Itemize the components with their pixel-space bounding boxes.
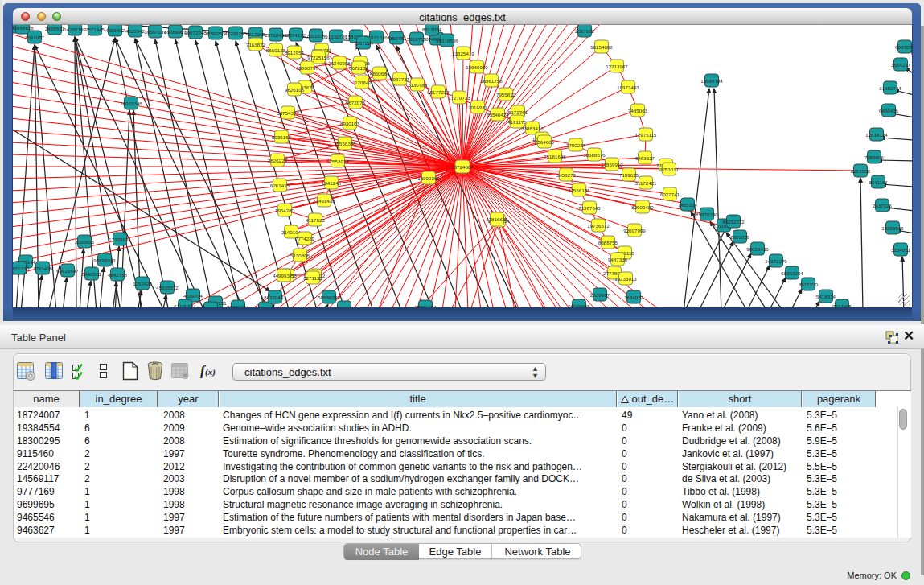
svg-text:8660123: 8660123 — [266, 47, 286, 53]
svg-text:3320821: 3320821 — [335, 305, 355, 308]
svg-text:5418934: 5418934 — [816, 294, 836, 299]
svg-text:7350753: 7350753 — [387, 35, 407, 41]
svg-text:5456272: 5456272 — [556, 172, 577, 178]
svg-text:58586340: 58586340 — [318, 295, 340, 300]
svg-text:89089901: 89089901 — [164, 29, 187, 35]
svg-text:10872248: 10872248 — [184, 30, 207, 35]
svg-text:2626229: 2626229 — [268, 158, 288, 163]
svg-text:8813054: 8813054 — [422, 27, 442, 32]
svg-text:4903402: 4903402 — [105, 27, 125, 33]
svg-text:26240908: 26240908 — [328, 60, 351, 66]
svg-text:16154808: 16154808 — [590, 44, 613, 50]
svg-text:91030736: 91030736 — [325, 34, 347, 39]
svg-text:5918715: 5918715 — [407, 36, 427, 42]
svg-text:5408072: 5408072 — [256, 306, 276, 308]
svg-text:16961758: 16961758 — [480, 78, 503, 84]
svg-text:9463627: 9463627 — [635, 155, 655, 161]
svg-text:75181648: 75181648 — [544, 154, 566, 159]
svg-text:17270733: 17270733 — [448, 95, 470, 101]
svg-text:45935572: 45935572 — [156, 285, 179, 290]
svg-text:47295260: 47295260 — [224, 31, 247, 36]
svg-text:7089806: 7089806 — [864, 154, 885, 160]
svg-text:2437026: 2437026 — [873, 203, 893, 208]
svg-text:3741438: 3741438 — [33, 266, 53, 271]
svg-text:24972279: 24972279 — [765, 258, 787, 264]
svg-text:47816686: 47816686 — [486, 216, 508, 222]
svg-text:4117625: 4117625 — [306, 217, 325, 223]
svg-text:19218506: 19218506 — [436, 38, 458, 43]
svg-text:28740864: 28740864 — [227, 304, 249, 308]
svg-text:3154051: 3154051 — [891, 247, 911, 253]
svg-text:4860684: 4860684 — [370, 71, 390, 76]
svg-text:2020653: 2020653 — [75, 239, 95, 245]
svg-text:88320463: 88320463 — [264, 295, 286, 300]
svg-text:71367643: 71367643 — [578, 205, 601, 211]
svg-text:92097999: 92097999 — [623, 228, 646, 233]
svg-text:6440561: 6440561 — [82, 271, 102, 277]
svg-text:63100814: 63100814 — [174, 303, 196, 308]
svg-text:4539704: 4539704 — [183, 293, 203, 299]
svg-text:5171761: 5171761 — [508, 109, 528, 115]
svg-text:68800797: 68800797 — [296, 65, 318, 71]
svg-text:19233013: 19233013 — [614, 276, 637, 282]
svg-text:60929647: 60929647 — [56, 268, 79, 274]
svg-text:2839607: 2839607 — [590, 292, 610, 298]
svg-text:6022741: 6022741 — [660, 192, 680, 197]
svg-text:9517485: 9517485 — [832, 303, 852, 308]
svg-text:2130789: 2130789 — [408, 82, 428, 88]
svg-text:3871230: 3871230 — [13, 266, 30, 271]
svg-text:4612365: 4612365 — [246, 31, 266, 37]
svg-text:7955812: 7955812 — [496, 92, 516, 97]
svg-text:7163822: 7163822 — [246, 42, 266, 47]
svg-text:9626108: 9626108 — [285, 87, 305, 93]
svg-text:3790237: 3790237 — [566, 142, 586, 148]
svg-text:42868828: 42868828 — [13, 25, 34, 31]
svg-text:9487336: 9487336 — [608, 257, 628, 262]
svg-text:8912954: 8912954 — [285, 50, 305, 56]
svg-text:68353204: 68353204 — [781, 270, 803, 276]
svg-text:39587039: 39587039 — [144, 29, 166, 35]
svg-text:2921859: 2921859 — [730, 234, 750, 240]
svg-text:38688676: 38688676 — [583, 152, 606, 158]
svg-text:5130808: 5130808 — [290, 253, 310, 258]
svg-text:8215958: 8215958 — [851, 168, 871, 174]
svg-text:22201654: 22201654 — [414, 304, 437, 308]
svg-text:2571945: 2571945 — [85, 27, 105, 32]
svg-text:1987737: 1987737 — [390, 76, 410, 82]
svg-text:7455324: 7455324 — [678, 202, 698, 208]
svg-text:17869910: 17869910 — [601, 162, 623, 167]
svg-text:8935169: 8935169 — [272, 134, 292, 140]
svg-text:3253031: 3253031 — [659, 167, 680, 172]
svg-text:2016911: 2016911 — [468, 105, 487, 110]
svg-text:17359924: 17359924 — [109, 237, 131, 242]
svg-text:13325419: 13325419 — [452, 51, 474, 56]
svg-text:6292423: 6292423 — [133, 281, 153, 286]
svg-text:8688755: 8688755 — [598, 240, 618, 245]
svg-text:6672134: 6672134 — [349, 65, 369, 71]
svg-text:16648784: 16648784 — [700, 78, 723, 84]
svg-text:6261415: 6261415 — [270, 183, 290, 188]
svg-text:5672073: 5672073 — [346, 100, 366, 105]
svg-text:4842788: 4842788 — [108, 272, 128, 278]
svg-text:96028436: 96028436 — [746, 246, 769, 252]
svg-text:89978790: 89978790 — [696, 212, 718, 217]
svg-text:31682744: 31682744 — [879, 85, 901, 91]
svg-text:10973493: 10973493 — [617, 84, 639, 90]
svg-text:4335942: 4335942 — [125, 28, 146, 34]
svg-text:90048665: 90048665 — [568, 303, 590, 308]
svg-text:7199635: 7199635 — [619, 172, 639, 178]
svg-text:23718431: 23718431 — [265, 32, 287, 38]
svg-text:84252722: 84252722 — [722, 219, 745, 225]
svg-text:8090293: 8090293 — [206, 31, 226, 36]
svg-text:77491435: 77491435 — [313, 198, 335, 204]
svg-text:(x): (x) — [205, 367, 216, 377]
svg-text:38754377: 38754377 — [277, 110, 299, 116]
svg-text:18724007: 18724007 — [451, 164, 474, 170]
svg-text:31172421: 31172421 — [634, 180, 657, 186]
svg-text:95899313: 95899313 — [93, 257, 116, 263]
svg-text:20053346: 20053346 — [120, 101, 142, 106]
svg-text:1841248: 1841248 — [322, 180, 342, 186]
svg-text:7374122: 7374122 — [286, 32, 306, 38]
svg-text:6271130: 6271130 — [303, 275, 322, 281]
svg-text:3684052: 3684052 — [624, 295, 644, 300]
